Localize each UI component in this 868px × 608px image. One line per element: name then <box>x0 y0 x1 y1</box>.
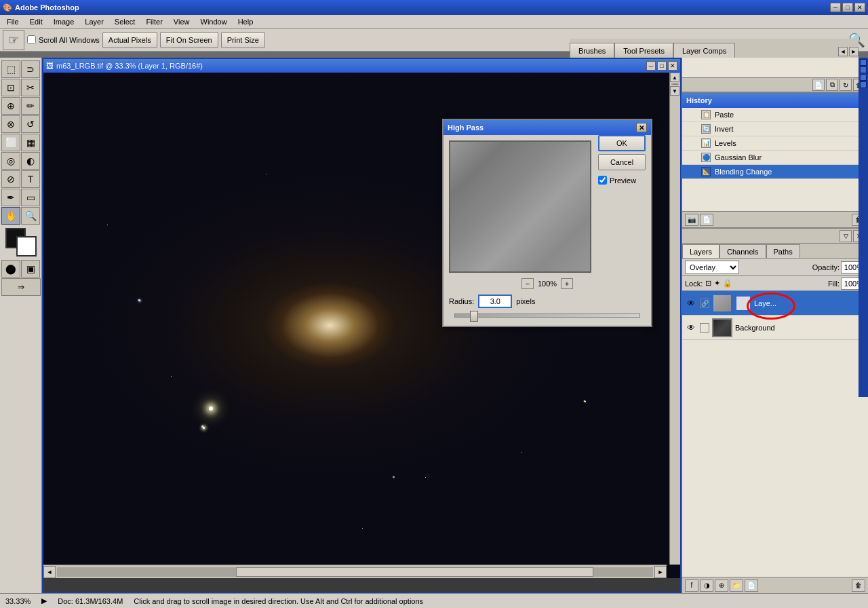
quick-mask-tool[interactable]: ⬤ <box>1 260 20 278</box>
menu-filter[interactable]: Filter <box>140 16 167 27</box>
tab-brushes[interactable]: Brushes <box>570 43 614 58</box>
menu-edit[interactable]: Edit <box>24 16 48 27</box>
layer-new-btn[interactable]: 📄 <box>745 580 758 592</box>
layer-group-btn[interactable]: 📁 <box>730 580 743 592</box>
history-new-doc-btn[interactable]: 📄 <box>700 214 713 226</box>
zoom-out-btn[interactable]: − <box>521 278 534 289</box>
fit-on-screen-button[interactable]: Fit On Screen <box>160 32 218 48</box>
history-item-paste[interactable]: 📋 Paste <box>682 108 868 122</box>
history-brush-tool[interactable]: ↺ <box>21 115 40 133</box>
panel-update-btn[interactable]: ↻ <box>840 79 852 91</box>
shape-tool[interactable]: ▭ <box>21 189 40 206</box>
lock-pixels-btn[interactable]: ⊡ <box>705 279 711 288</box>
layers-expand-btn[interactable]: ▽ <box>840 230 852 242</box>
background-color[interactable] <box>16 236 37 256</box>
menu-layer[interactable]: Layer <box>79 16 109 27</box>
history-snapshot-btn[interactable]: 📷 <box>685 214 698 226</box>
history-item-invert[interactable]: 🔄 Invert <box>682 122 868 136</box>
gradient-tool[interactable]: ▦ <box>21 134 40 151</box>
brush-tool[interactable]: ✏ <box>21 97 40 115</box>
type-tool[interactable]: T <box>21 170 40 188</box>
zoom-in-btn[interactable]: + <box>561 278 573 289</box>
v-scroll-track[interactable] <box>671 83 679 85</box>
scroll-up[interactable]: ▲ <box>670 73 679 82</box>
h-scrollbar[interactable]: ◄ ► <box>43 565 667 578</box>
panel-collapse-left[interactable]: ◄ <box>838 47 848 56</box>
minimize-button[interactable]: ─ <box>830 3 841 12</box>
scroll-all-checkbox[interactable] <box>27 35 36 44</box>
jump-tool[interactable]: ⇒ <box>1 278 41 296</box>
scroll-right[interactable]: ► <box>654 566 667 578</box>
blur-tool[interactable]: ◎ <box>1 152 20 170</box>
screen-mode-tool[interactable]: ▣ <box>21 260 40 278</box>
scroll-left[interactable]: ◄ <box>43 566 56 578</box>
doc-maximize[interactable]: □ <box>657 61 667 71</box>
strip-btn-2[interactable] <box>860 66 867 73</box>
path-tool[interactable]: ⊘ <box>1 170 20 188</box>
print-size-button[interactable]: Print Size <box>221 32 265 48</box>
actual-pixels-button[interactable]: Actual Pixels <box>102 32 157 48</box>
lock-move-btn[interactable]: ✦ <box>714 279 720 288</box>
v-scroll-thumb[interactable] <box>673 83 677 85</box>
history-item-levels[interactable]: 📊 Levels <box>682 136 868 151</box>
eraser-tool[interactable]: ⬜ <box>1 134 20 151</box>
layer-adjustment-btn[interactable]: ⊕ <box>715 580 728 592</box>
layer-item-background[interactable]: 👁 Background 🔒 <box>682 316 868 340</box>
panel-collapse-right[interactable]: ► <box>849 47 859 56</box>
scroll-track-h[interactable] <box>57 567 653 577</box>
lasso-tool[interactable]: ⊃ <box>21 60 40 78</box>
panel-new-btn[interactable]: 📄 <box>812 79 825 91</box>
history-item-blending[interactable]: 📐 Blending Change <box>682 165 868 179</box>
strip-btn-1[interactable] <box>860 59 867 66</box>
history-item-gaussian[interactable]: 🔵 Gaussian Blur <box>682 151 868 165</box>
panel-duplicate-btn[interactable]: ⧉ <box>826 79 838 91</box>
healing-tool[interactable]: ⊕ <box>1 97 20 115</box>
layer-delete-btn[interactable]: 🗑 <box>852 580 865 592</box>
layers-blend-row: Overlay Opacity: <box>682 259 868 276</box>
strip-btn-3[interactable] <box>860 74 867 81</box>
color-picker[interactable] <box>5 228 37 256</box>
slice-tool[interactable]: ✂ <box>21 79 40 96</box>
radius-slider[interactable] <box>454 314 640 318</box>
radius-input[interactable] <box>478 294 512 308</box>
menu-file[interactable]: File <box>1 16 24 27</box>
layer-mask-btn[interactable]: ◑ <box>700 580 713 592</box>
tab-layers[interactable]: Layers <box>682 244 719 258</box>
dodge-tool[interactable]: ◐ <box>21 152 40 170</box>
menu-select[interactable]: Select <box>109 16 141 27</box>
dialog-close-button[interactable]: ✕ <box>636 123 647 132</box>
v-scrollbar[interactable]: ▲ ▼ <box>669 73 680 565</box>
background-eye[interactable]: 👁 <box>685 322 697 334</box>
pen-tool[interactable]: ✒ <box>1 189 20 206</box>
lock-all-btn[interactable]: 🔒 <box>723 279 732 288</box>
layer-1-eye[interactable]: 👁 <box>685 297 697 309</box>
layer-item-1[interactable]: 👁 🔗 Laye... <box>682 291 868 316</box>
doc-close[interactable]: ✕ <box>668 61 677 71</box>
blend-mode-select[interactable]: Overlay <box>685 261 739 274</box>
maximize-button[interactable]: □ <box>842 3 853 12</box>
strip-btn-4[interactable] <box>860 81 867 88</box>
clone-tool[interactable]: ⊗ <box>1 115 20 133</box>
doc-minimize[interactable]: ─ <box>646 61 656 71</box>
scroll-down[interactable]: ▼ <box>670 86 679 96</box>
menu-help[interactable]: Help <box>233 16 259 27</box>
crop-tool[interactable]: ⊡ <box>1 79 20 96</box>
ok-button[interactable]: OK <box>598 135 646 151</box>
hand-tool-icon[interactable]: ☞ <box>3 30 24 50</box>
zoom-tool[interactable]: 🔍 <box>21 207 40 225</box>
menu-window[interactable]: Window <box>195 16 233 27</box>
menu-view[interactable]: View <box>168 16 195 27</box>
preview-checkbox[interactable] <box>598 176 607 185</box>
close-button[interactable]: ✕ <box>854 3 865 12</box>
cancel-button[interactable]: Cancel <box>598 154 646 170</box>
tab-tool-presets[interactable]: Tool Presets <box>614 43 673 58</box>
marquee-tool[interactable]: ⬚ <box>1 60 20 78</box>
radius-slider-thumb[interactable] <box>470 311 478 322</box>
tab-layer-comps[interactable]: Layer Comps <box>673 43 735 58</box>
layer-fx-btn[interactable]: f <box>685 580 698 592</box>
scroll-thumb-h[interactable] <box>236 567 593 577</box>
hand-move-tool[interactable]: ✋ <box>1 207 20 225</box>
tab-paths[interactable]: Paths <box>766 244 800 258</box>
tab-channels[interactable]: Channels <box>719 244 766 258</box>
menu-image[interactable]: Image <box>48 16 80 27</box>
